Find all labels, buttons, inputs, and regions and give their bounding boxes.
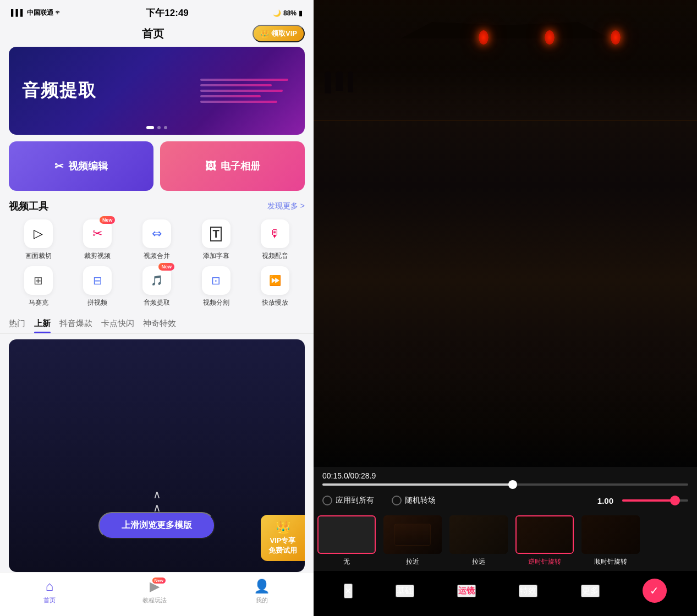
photo-icon: 🖼 xyxy=(205,160,216,173)
tool-item-crop[interactable]: ▷ 画面裁切 xyxy=(9,219,68,261)
more-tab-button[interactable]: 更多 xyxy=(581,585,600,597)
video-background xyxy=(314,0,697,467)
page-title: 首页 xyxy=(53,26,253,41)
tool-item-dubbing[interactable]: 🎙 视频配音 xyxy=(245,219,305,261)
transition-pull-far[interactable]: 拉远 xyxy=(446,515,512,566)
battery-area: 🌙 88% ▮ xyxy=(273,9,303,17)
signal-icon: ▌▌▌ xyxy=(11,9,25,16)
tab-flash[interactable]: 卡点快闪 xyxy=(101,318,134,333)
random-transition-group: 随机转场 xyxy=(392,496,436,505)
apply-all-option[interactable]: 应用到所有 xyxy=(322,496,374,505)
speed-icon: ⏩ xyxy=(269,274,281,287)
tool-item-trim[interactable]: New ✂ 裁剪视频 xyxy=(68,219,128,261)
nav-home[interactable]: ⌂ 首页 xyxy=(43,579,56,604)
merge-icon-wrap: ⇔ xyxy=(142,219,171,248)
speed-label: 快放慢放 xyxy=(262,298,288,307)
dubbing-label: 视频配音 xyxy=(262,251,288,261)
progress-bar[interactable] xyxy=(322,483,688,486)
wifi-icon: ᯤ xyxy=(55,9,62,16)
crop-icon: ▷ xyxy=(34,227,43,241)
basic-tab-button[interactable]: 基础 xyxy=(396,585,414,597)
transition-pull-close-label: 拉近 xyxy=(406,557,419,566)
tab-effects[interactable]: 神奇特效 xyxy=(143,318,176,333)
transition-none[interactable]: 无 xyxy=(314,515,380,566)
browse-more-button[interactable]: 上滑浏览更多模版 xyxy=(98,512,215,539)
nav-me-label: 我的 xyxy=(256,596,268,604)
right-panel: 00:15.0/00:28.9 应用到所有 随机转场 1.00 xyxy=(314,0,697,616)
trim-icon: ✂ xyxy=(92,227,102,241)
tools-header: 视频工具 发现更多 > xyxy=(9,200,305,213)
tab-new[interactable]: 上新 xyxy=(34,318,51,333)
photo-album-card[interactable]: 🖼 电子相册 xyxy=(160,141,305,191)
tool-item-merge[interactable]: ⇔ 视频合并 xyxy=(127,219,186,261)
banner[interactable]: 音频提取 xyxy=(9,47,305,135)
nav-tutorial-label: 教程玩法 xyxy=(142,596,167,604)
random-transition-option[interactable]: 随机转场 xyxy=(392,496,436,505)
effects-tab-button[interactable]: 特效 xyxy=(519,585,537,597)
audio-extract-icon-wrap: New 🎵 xyxy=(142,266,171,295)
tool-item-subtitle[interactable]: T 添加字幕 xyxy=(186,219,246,261)
random-transition-radio[interactable] xyxy=(392,496,402,505)
speed-slider[interactable] xyxy=(622,499,688,502)
new-badge-trim: New xyxy=(100,216,116,224)
audio-extract-label: 音频提取 xyxy=(144,298,170,307)
tab-douyin[interactable]: 抖音爆款 xyxy=(59,318,92,333)
transition-ccw-label: 逆时针旋转 xyxy=(528,557,561,566)
carrier-signal: ▌▌▌ 中国联通 ᯤ xyxy=(11,8,62,18)
speed-value: 1.00 xyxy=(597,496,613,505)
transition-pull-far-label: 拉远 xyxy=(472,557,485,566)
home-icon: ⌂ xyxy=(46,579,54,594)
mosaic-icon: ⊞ xyxy=(34,274,43,287)
apply-all-label: 应用到所有 xyxy=(336,496,374,505)
get-vip-button[interactable]: 👑 领取VIP xyxy=(253,25,305,42)
battery-percent: 88% xyxy=(283,9,297,17)
mosaic-label: 马赛克 xyxy=(29,298,48,307)
apply-all-radio[interactable] xyxy=(322,496,332,505)
video-edit-card[interactable]: ✂ 视频编辑 xyxy=(9,141,153,191)
crown-icon: 👑 xyxy=(260,30,269,38)
trim-icon-wrap: New ✂ xyxy=(83,219,112,248)
video-edit-label: 视频编辑 xyxy=(68,160,108,173)
nav-new-badge-tutorial: New xyxy=(152,578,166,584)
vip-popup[interactable]: 👑 VIP专享 免费试用 xyxy=(261,515,305,561)
split-view-icon-wrap: ⊟ xyxy=(83,266,112,295)
status-bar: ▌▌▌ 中国联通 ᯤ 下午12:49 🌙 88% ▮ xyxy=(0,0,314,23)
apply-all-group: 应用到所有 xyxy=(322,496,374,505)
speed-icon-wrap: ⏩ xyxy=(261,266,289,295)
tab-hot[interactable]: 热门 xyxy=(9,318,25,333)
moon-icon: 🌙 xyxy=(273,9,281,17)
battery-icon: ▮ xyxy=(299,9,303,17)
transition-cw[interactable]: 顺时针旋转 xyxy=(578,515,644,566)
confirm-button[interactable]: ✓ xyxy=(643,579,667,603)
subtitle-icon: T xyxy=(210,227,221,241)
transition-pull-far-thumb xyxy=(449,515,508,554)
merge-icon: ⇔ xyxy=(152,227,162,241)
split-view-icon: ⊟ xyxy=(93,274,102,287)
speed-thumb[interactable] xyxy=(670,496,680,505)
tools-more-link[interactable]: 发现更多 > xyxy=(267,201,305,211)
motion-tab-button[interactable]: 运镜 xyxy=(457,585,476,597)
nav-me[interactable]: 👤 我的 xyxy=(254,579,270,604)
nav-tutorial[interactable]: ▶ New 教程玩法 xyxy=(142,579,167,604)
tool-item-video-split[interactable]: ⊡ 视频分割 xyxy=(186,266,246,307)
content-tabs: 热门 上新 抖音爆款 卡点快闪 神奇特效 xyxy=(0,318,314,334)
transition-ccw[interactable]: 逆时针旋转 xyxy=(512,515,578,566)
progress-fill xyxy=(322,483,513,486)
dubbing-icon-wrap: 🎙 xyxy=(261,219,289,248)
video-split-icon: ⊡ xyxy=(211,274,221,287)
tool-item-mosaic[interactable]: ⊞ 马赛克 xyxy=(9,266,68,307)
video-split-icon-wrap: ⊡ xyxy=(202,266,230,295)
timestamp-text: 00:15.0/00:28.9 xyxy=(322,471,688,480)
tool-item-speed[interactable]: ⏩ 快放慢放 xyxy=(245,266,305,307)
tool-item-audio-extract[interactable]: New 🎵 音频提取 xyxy=(127,266,186,307)
me-icon: 👤 xyxy=(254,579,270,594)
time-display: 下午12:49 xyxy=(146,7,188,19)
transition-pull-close[interactable]: 拉近 xyxy=(380,515,446,566)
new-badge-audio: New xyxy=(158,263,174,271)
progress-thumb[interactable] xyxy=(508,480,517,489)
up-arrow-icon: ∧∧ xyxy=(153,488,161,514)
close-button[interactable]: × xyxy=(344,584,353,598)
banner-wave xyxy=(200,79,288,103)
tool-item-split-view[interactable]: ⊟ 拼视频 xyxy=(68,266,128,307)
audio-extract-icon: 🎵 xyxy=(151,274,163,287)
